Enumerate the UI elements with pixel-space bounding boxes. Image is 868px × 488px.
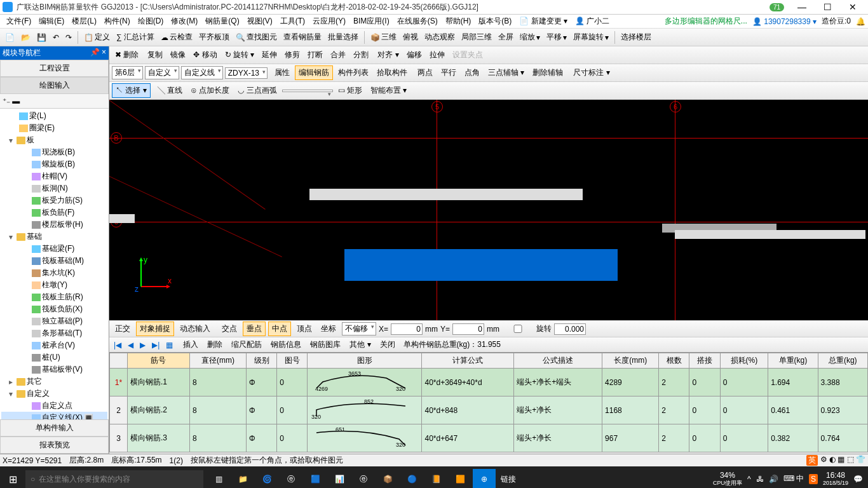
cloud-check-button[interactable]: ☁ 云检查 [158,30,195,44]
cross-toggle[interactable]: 交点 [219,322,240,336]
viewport[interactable]: 5 6 B 0 xyz [109,100,868,320]
smart-button[interactable]: 智能布置 ▾ [367,84,410,97]
tree-other-group[interactable]: ▸其它 [1,376,107,388]
tray-net-icon[interactable]: 🖧 [756,475,764,484]
new-icon[interactable]: 📄 [3,32,17,43]
app-icon-2[interactable]: 🌀 [255,469,278,488]
search-box[interactable]: ○ 在这里输入你要搜索的内容 [25,470,203,489]
list-button[interactable]: 构件列表 [335,66,372,79]
two-pt-button[interactable]: 两点 [414,66,436,79]
category-combo[interactable]: 自定义 [145,66,179,79]
tree-custom-point[interactable]: 自定义点 [1,400,107,412]
sum-button[interactable]: ∑ 汇总计算 [114,30,157,44]
select-floor-button[interactable]: 选择楼层 [618,30,654,44]
menu-rebar[interactable]: 钢筋量(Q) [201,15,243,28]
vert-toggle[interactable]: 顶点 [294,322,315,336]
menu-floor[interactable]: 楼层(L) [68,15,100,28]
app-icon-5[interactable]: 📊 [328,469,351,488]
select-button[interactable]: ↖ 选择 ▾ [112,83,151,98]
tray-vol-icon[interactable]: 🔊 [769,475,778,484]
rebar-lib-button[interactable]: 钢筋图库 [307,338,344,351]
close-panel-button[interactable]: 关闭 [377,338,398,351]
menu-draw[interactable]: 绘图(D) [134,15,168,28]
menu-component[interactable]: 构件(N) [100,15,134,28]
rebar-info-button[interactable]: 钢筋信息 [268,338,304,351]
extend-button[interactable]: 延伸 [259,48,280,62]
table-row[interactable]: 3横向钢筋.38Φ0 651320 40*d+647端头+净长9672000.3… [110,424,868,452]
col-formula[interactable]: 计算公式 [422,353,514,369]
menu-file[interactable]: 文件(F) [3,15,35,28]
tree-raft-main[interactable]: 筏板主筋(R) [1,291,107,303]
first-button[interactable]: |◀ [112,341,123,349]
mid-toggle[interactable]: 中点 [268,322,291,336]
menu-cloud[interactable]: 云应用(Y) [309,15,349,28]
menu-version[interactable]: 版本号(B) [475,15,515,28]
menu-edit[interactable]: 编辑(E) [35,15,68,28]
tree-sump[interactable]: 集水坑(K) [1,267,107,279]
tree-fband[interactable]: 基础板带(V) [1,363,107,376]
del-axis-button[interactable]: 删除辅轴 [529,66,566,79]
split-button[interactable]: 分割 [350,48,372,62]
col-name[interactable]: 筋号 [128,353,190,369]
top-view-button[interactable]: 俯视 [400,30,421,44]
col-desc[interactable]: 公式描述 [514,353,602,369]
tree-slab-spiral[interactable]: 螺旋板(B) [1,158,107,170]
delete-button[interactable]: ✖ 删除 [112,48,142,62]
batch-button[interactable]: 批量选择 [325,30,361,44]
3d-button[interactable]: 📦 三维 [368,30,399,44]
pt-len-button[interactable]: ⊙ 点加长度 [187,84,233,97]
screen-rotate-button[interactable]: 屏幕旋转 ▾ [571,30,611,44]
tree-ring-beam[interactable]: 圈梁(E) [1,122,107,134]
app-icon-active[interactable]: ⊕ [473,469,496,488]
menu-modify[interactable]: 修改(M) [167,15,201,28]
col-uw[interactable]: 单重(kg) [768,353,818,369]
col-level[interactable]: 级别 [247,353,277,369]
tree-hole[interactable]: 板洞(N) [1,182,107,194]
other-button[interactable]: 其他 ▾ [346,338,374,351]
tree-pile-cap[interactable]: 桩承台(V) [1,339,107,351]
arc-button[interactable]: ◡ 三点画弧 [234,84,280,97]
start-button[interactable]: ⊞ [0,473,25,485]
insert-row-button[interactable]: 插入 [180,338,201,351]
flat-button[interactable]: 平齐板顶 [196,30,232,44]
app-icon-10[interactable]: 🟧 [449,469,471,488]
fullscreen-button[interactable]: 全屏 [496,30,516,44]
app-icon-4[interactable]: 🟦 [304,469,327,488]
new-change-button[interactable]: 📄 新建变更 ▾ [515,15,571,28]
tray-sogou-icon[interactable]: S [809,474,818,484]
offset-button[interactable]: 偏移 [403,48,425,62]
app-icon-8[interactable]: 🔵 [400,469,423,488]
notif-icon[interactable]: 💬 [853,475,863,484]
tree-slab-neg[interactable]: 板负筋(F) [1,207,107,219]
open-icon[interactable]: 📂 [18,32,33,43]
redo-icon[interactable]: ↷ [63,32,74,43]
pan-button[interactable]: 平移 ▾ [544,30,569,44]
x-input[interactable] [391,323,423,335]
tree-slab-group[interactable]: ▾板 [1,134,107,146]
line-button[interactable]: ╲ 直线 [154,84,186,97]
col-qty[interactable]: 根数 [659,353,689,369]
col-code[interactable]: 图号 [277,353,308,369]
col-tw[interactable]: 总重(kg) [818,353,867,369]
find-button[interactable]: 🔍 查找图元 [233,30,280,44]
pick-button[interactable]: 拾取构件 [374,66,410,79]
undo-icon[interactable]: ↶ [50,32,62,43]
rect-button[interactable]: ▭ 矩形 [335,84,365,97]
table-row[interactable]: 2横向钢筋.28Φ0 320852 40*d+848端头+净长11682000.… [110,396,868,424]
define-button[interactable]: 📋 定义 [81,30,112,44]
next-button[interactable]: ▶ [138,341,147,349]
menu-help[interactable]: 帮助(H) [442,15,475,28]
save-icon[interactable]: 💾 [34,32,49,43]
col-dia[interactable]: 直径(mm) [189,353,246,369]
rebar-qty-button[interactable]: 查看钢筋量 [281,30,324,44]
maximize-button[interactable]: ☐ [815,2,840,12]
tree-slab-cast[interactable]: 现浇板(B) [1,146,107,158]
tree-custom-group[interactable]: ▾自定义 [1,388,107,400]
scale-button[interactable]: 缩尺配筋 [228,338,265,351]
tree-pile[interactable]: 桩(U) [1,351,107,363]
ortho-toggle[interactable]: 正交 [112,322,133,336]
phone-link[interactable]: 👤 13907298339 ▾ [752,17,817,26]
tree-raft[interactable]: 筏板基础(M) [1,255,107,267]
mirror-button[interactable]: 镜像 [167,48,189,62]
tree-foundation-group[interactable]: ▾基础 [1,231,107,243]
